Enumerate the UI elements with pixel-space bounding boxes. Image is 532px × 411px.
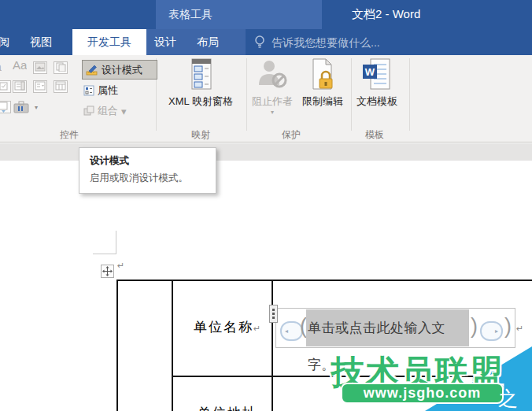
tab-developer-active[interactable]: 开发工具 [72, 29, 146, 55]
margin-crop-mark-vertical [116, 231, 116, 254]
protect-group-label: 保护 [282, 128, 301, 142]
rich-text-control-icon[interactable]: a [0, 61, 2, 74]
lightbulb-icon [253, 35, 266, 53]
document-template-icon: W [361, 58, 393, 94]
document-template-label: 文档模板 [357, 94, 397, 109]
restrict-editing-button[interactable]: 限制编辑 [297, 58, 348, 109]
group-label: 组合 [98, 104, 118, 118]
group-separator [409, 58, 410, 131]
xml-mapping-label: XML 映射窗格 [168, 94, 233, 109]
group-separator [351, 58, 352, 131]
block-authors-icon [257, 58, 288, 94]
properties-icon [83, 85, 94, 96]
building-block-control-icon[interactable] [54, 61, 68, 74]
cell-paragraph-mark: ↵ [253, 324, 262, 333]
margin-crop-mark-horizontal [93, 254, 116, 254]
controls-group-label: 控件 [60, 128, 79, 142]
checkbox-control-icon[interactable] [0, 80, 11, 93]
table-border-left [116, 280, 118, 411]
picture-control-icon[interactable] [33, 61, 47, 74]
xml-mapping-icon [186, 58, 216, 94]
design-mode-button[interactable]: 设计模式 [82, 60, 157, 80]
design-mode-tooltip: 设计模式 启用或取消设计模式。 [79, 147, 216, 194]
tooltip-title: 设计模式 [90, 154, 129, 168]
title-bar: 表格工具 文档2 - Word [0, 0, 532, 29]
tab-view[interactable]: 视图 [30, 35, 52, 50]
tab-layout[interactable]: 布局 [197, 35, 219, 50]
content-control-placeholder[interactable]: 单击或点击此处输入文字。 [306, 309, 469, 346]
dropdown-list-control-icon[interactable] [33, 80, 47, 93]
restrict-editing-icon [308, 58, 337, 94]
legacy-tools-icon[interactable] [13, 99, 31, 118]
table-border-col3 [272, 280, 273, 411]
group-dropdown-arrow: ▾ [121, 106, 127, 117]
content-control-outer-paren: ) [504, 314, 512, 339]
mapping-group-label: 映射 [191, 128, 210, 142]
block-authors-label: 阻止作者 [252, 94, 293, 109]
cell-label-unit-name[interactable]: 单位名称↵ [194, 318, 262, 336]
watermark-url-badge: www.jsgho.com [341, 383, 504, 404]
window-title: 文档2 - Word [352, 7, 420, 22]
table-border-col2 [172, 280, 173, 411]
tell-me-box[interactable]: 告诉我您想要做什么... [272, 36, 380, 50]
watermark-corner-label: 之家 [498, 386, 532, 411]
content-control-close-paren: ) [471, 314, 478, 339]
tooltip-body: 启用或取消设计模式。 [90, 172, 188, 185]
restrict-editing-label: 限制编辑 [302, 94, 343, 109]
template-group-label: 模板 [365, 128, 384, 142]
properties-label: 属性 [98, 83, 118, 98]
document-template-button[interactable]: W 文档模板 [353, 58, 401, 109]
plain-text-control-icon[interactable]: Aa [13, 60, 27, 72]
group-separator [246, 58, 247, 131]
block-authors-dropdown-arrow: ▾ [271, 109, 274, 116]
design-mode-icon [86, 64, 98, 76]
repeating-section-control-icon[interactable] [0, 101, 11, 113]
combobox-control-icon[interactable] [13, 80, 27, 93]
properties-button[interactable]: 属性 [83, 83, 118, 98]
tab-review-partial[interactable]: 审阅 [0, 35, 9, 50]
table-move-handle[interactable] [101, 265, 114, 278]
cell-end-paragraph-mark: ↵ [516, 324, 523, 334]
group-icon [83, 106, 94, 117]
design-mode-label: 设计模式 [102, 63, 142, 77]
cell-label-partial-bottom[interactable]: 单位地址 [198, 404, 257, 411]
block-authors-button[interactable]: 阻止作者 ▾ [248, 58, 297, 116]
date-picker-control-icon[interactable] [54, 80, 68, 93]
ribbon: a Aa ▾ 设计模式 属性 [0, 55, 532, 143]
contextual-tool-title: 表格工具 [168, 8, 212, 22]
content-control-end-tag[interactable]: ▸ [480, 321, 503, 341]
legacy-tools-dropdown-arrow[interactable]: ▾ [35, 104, 38, 111]
content-control-drag-handle[interactable] [269, 305, 278, 323]
table-border-top [116, 280, 532, 281]
paragraph-mark: ↵ [117, 261, 124, 271]
group-button[interactable]: 组合 ▾ [83, 104, 127, 118]
tab-design[interactable]: 设计 [154, 35, 176, 50]
svg-text:W: W [365, 66, 375, 78]
xml-mapping-pane-button[interactable]: XML 映射窗格 [157, 58, 244, 109]
ribbon-tab-row: 审阅 视图 开发工具 设计 布局 告诉我您想要做什么... [0, 29, 532, 55]
